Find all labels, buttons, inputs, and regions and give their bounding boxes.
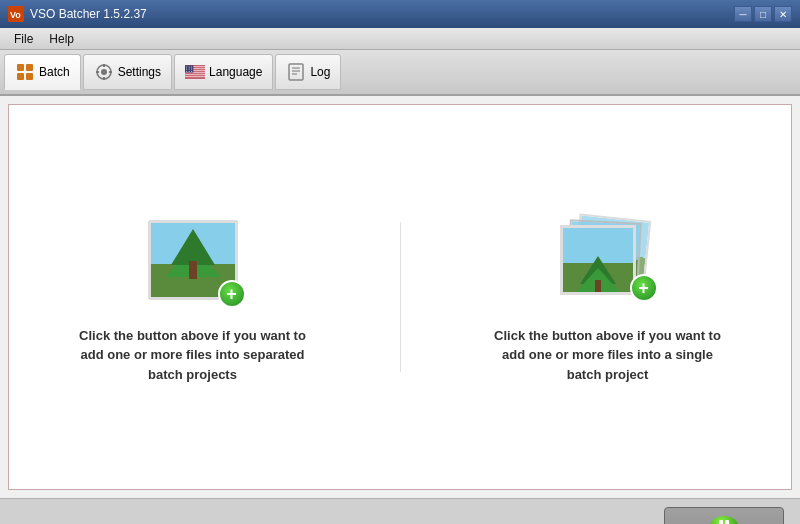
window-controls[interactable]: ─ □ ✕ — [734, 6, 792, 22]
close-button[interactable]: ✕ — [774, 6, 792, 22]
tab-language[interactable]: Language — [174, 54, 273, 90]
tab-log-label: Log — [310, 65, 330, 79]
play-icon — [710, 516, 738, 525]
svg-rect-3 — [26, 64, 33, 71]
svg-point-20 — [186, 67, 187, 68]
svg-rect-4 — [17, 73, 24, 80]
tab-batch-label: Batch — [39, 65, 70, 79]
svg-point-26 — [186, 71, 187, 72]
tab-settings[interactable]: Settings — [83, 54, 172, 90]
tab-language-label: Language — [209, 65, 262, 79]
plus-icon: + — [218, 280, 246, 308]
svg-point-22 — [191, 67, 192, 68]
maximize-button[interactable]: □ — [754, 6, 772, 22]
multi-plus-icon: + — [630, 274, 658, 302]
title-bar-left: Vo VSO Batcher 1.5.2.37 — [8, 6, 147, 22]
menu-help[interactable]: Help — [41, 30, 82, 48]
svg-rect-18 — [185, 76, 205, 77]
separate-thumbnail: + — [148, 220, 238, 300]
svg-rect-33 — [719, 520, 723, 525]
title-bar: Vo VSO Batcher 1.5.2.37 ─ □ ✕ — [0, 0, 800, 28]
svg-point-28 — [191, 71, 192, 72]
separate-option: + Click the button above if you want to … — [73, 210, 313, 385]
single-description: Click the button above if you want to ad… — [488, 326, 728, 385]
add-single-button[interactable]: + — [553, 210, 663, 310]
main-content: + Click the button above if you want to … — [0, 96, 800, 498]
svg-point-25 — [191, 69, 192, 70]
separate-description: Click the button above if you want to ad… — [73, 326, 313, 385]
window-title: VSO Batcher 1.5.2.37 — [30, 7, 147, 21]
tab-batch[interactable]: Batch — [4, 54, 81, 90]
single-option: + Click the button above if you want to … — [488, 210, 728, 385]
tree-canopy — [171, 229, 215, 265]
language-icon — [185, 62, 205, 82]
settings-icon — [94, 62, 114, 82]
tab-settings-label: Settings — [118, 65, 161, 79]
svg-rect-5 — [26, 73, 33, 80]
svg-point-7 — [101, 69, 107, 75]
svg-rect-2 — [17, 64, 24, 71]
bottom-area: Start Conversion — [0, 498, 800, 524]
toolbar: Batch Settings — [0, 50, 800, 96]
start-conversion-button[interactable]: Start Conversion — [664, 507, 784, 525]
batch-icon — [15, 62, 35, 82]
tab-log[interactable]: Log — [275, 54, 341, 90]
menu-file[interactable]: File — [6, 30, 41, 48]
svg-text:Vo: Vo — [10, 10, 21, 20]
svg-rect-17 — [185, 74, 205, 75]
options-divider — [400, 222, 401, 372]
svg-rect-34 — [725, 520, 729, 525]
thumb-front — [560, 225, 636, 295]
svg-point-21 — [189, 67, 190, 68]
minimize-button[interactable]: ─ — [734, 6, 752, 22]
svg-point-27 — [189, 71, 190, 72]
svg-point-23 — [186, 69, 187, 70]
menu-bar: File Help — [0, 28, 800, 50]
svg-rect-29 — [289, 64, 303, 80]
add-separate-button[interactable]: + — [138, 210, 248, 310]
content-area: + Click the button above if you want to … — [8, 104, 792, 490]
multi-thumbnail: + — [558, 217, 658, 302]
svg-point-24 — [189, 69, 190, 70]
log-icon — [286, 62, 306, 82]
tree-trunk — [189, 261, 197, 279]
app-icon: Vo — [8, 6, 24, 22]
